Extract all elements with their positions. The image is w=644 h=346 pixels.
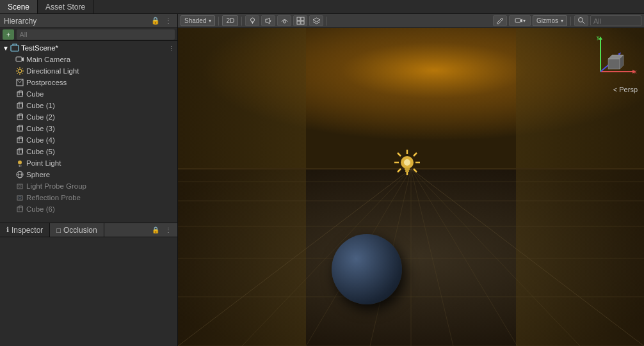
svg-point-42 (578, 18, 583, 22)
main-camera-label: Main Camera (26, 56, 70, 63)
svg-line-8 (17, 68, 19, 70)
tree-item-light-probe-group[interactable]: Light Probe Group (0, 180, 177, 192)
sphere-icon (15, 170, 24, 179)
gizmos-label: Gizmos (536, 17, 558, 24)
audio-icon-btn[interactable] (261, 15, 275, 26)
svg-line-72 (398, 153, 401, 156)
svg-rect-17 (17, 138, 22, 143)
tree-item-cube[interactable]: Cube (0, 88, 177, 100)
tree-item-cube-2[interactable]: Cube (2) (0, 111, 177, 123)
camera-dropdown[interactable]: ▾ (509, 15, 531, 26)
hierarchy-search-bar: + (0, 28, 177, 41)
svg-rect-13 (17, 92, 22, 97)
tree-item-sphere[interactable]: Sphere (0, 169, 177, 180)
bottom-lock-icon[interactable]: 🔒 (150, 225, 161, 235)
svg-text:y: y (597, 34, 600, 40)
shaded-label: Shaded (184, 17, 206, 24)
occlusion-icon: □ (56, 226, 61, 234)
tree-item-cube-5[interactable]: Cube (5) (0, 146, 177, 157)
tree-item-cube-4[interactable]: Cube (4) (0, 134, 177, 146)
tree-item-main-camera[interactable]: Main Camera (0, 54, 177, 65)
tree-item-reflection-probe[interactable]: Reflection Probe (0, 192, 177, 203)
hierarchy-header: Hierarchy 🔒 ⋮ (0, 14, 177, 28)
svg-line-11 (17, 73, 19, 74)
tree-item-cube-1[interactable]: Cube (1) (0, 100, 177, 111)
cube-icon (15, 90, 24, 98)
cube3-icon (15, 124, 24, 133)
svg-rect-76 (405, 168, 410, 170)
svg-line-9 (22, 73, 23, 74)
effects-icon (280, 17, 289, 25)
layers-icon-btn[interactable] (309, 15, 323, 26)
tab-inspector[interactable]: ℹ Inspector (0, 223, 50, 237)
lighting-icon-btn[interactable] (245, 15, 259, 26)
persp-text: < Persp (613, 86, 638, 93)
svg-point-19 (18, 161, 22, 164)
cube-label: Cube (26, 90, 44, 98)
hierarchy-search-input[interactable] (17, 29, 175, 40)
bulb-icon (248, 17, 257, 25)
hierarchy-menu-icon[interactable]: ⋮ (163, 16, 173, 26)
light-probe-icon (15, 182, 24, 191)
tab-scene[interactable]: Scene (0, 0, 38, 13)
scene-menu-icon[interactable]: ⋮ (168, 45, 177, 52)
tab-occlusion[interactable]: □ Occlusion (50, 223, 104, 237)
scene-canvas[interactable]: x y < Persp (178, 28, 644, 346)
cube2-icon (15, 113, 24, 122)
scene-icon-btn[interactable] (293, 15, 307, 26)
hierarchy-header-left: Hierarchy (4, 17, 36, 26)
tab-asset-store[interactable]: Asset Store (38, 0, 93, 13)
svg-line-43 (582, 22, 584, 24)
scene-search-input[interactable] (590, 15, 641, 26)
cube5-icon (15, 147, 24, 156)
svg-line-73 (414, 169, 417, 172)
tree-item-cube-6[interactable]: Cube (6) (0, 203, 177, 215)
tree-item-postprocess[interactable]: Postprocess (0, 77, 177, 88)
gizmos-dropdown[interactable]: Gizmos (533, 15, 567, 26)
hierarchy-lock-icon[interactable]: 🔒 (150, 16, 161, 26)
bottom-header-right: 🔒 ⋮ (150, 225, 177, 235)
scene-view-icon (296, 17, 305, 25)
svg-rect-40 (515, 19, 520, 22)
cube4-label: Cube (4) (26, 136, 55, 144)
tab-scene-label: Scene (8, 3, 29, 12)
scene-icon (10, 43, 19, 52)
point-light-label: Point Light (26, 159, 61, 167)
hierarchy-header-right: 🔒 ⋮ (150, 16, 173, 26)
nav-cube-svg: x y (588, 33, 639, 84)
svg-point-27 (19, 185, 21, 187)
toolbar-sep-3 (326, 17, 327, 26)
fx-icon-btn[interactable] (277, 15, 291, 26)
tree-item-cube-3[interactable]: Cube (3) (0, 123, 177, 134)
toolbar-sep-4 (570, 17, 571, 26)
svg-rect-18 (17, 150, 22, 154)
cube2-label: Cube (2) (26, 113, 55, 121)
svg-line-75 (398, 169, 401, 172)
search-icon-btn[interactable] (574, 15, 588, 26)
settings-icon-btn[interactable] (493, 15, 507, 26)
sphere-scene-object[interactable] (332, 234, 402, 304)
hierarchy-add-button[interactable]: + (3, 29, 14, 40)
bottom-panel: ℹ Inspector □ Occlusion 🔒 ⋮ (0, 223, 177, 346)
navigation-cube[interactable]: x y (588, 33, 639, 84)
tree-item-point-light[interactable]: Point Light (0, 157, 177, 169)
scene-expand-icon: ▼ (3, 45, 9, 52)
svg-marker-34 (266, 18, 270, 24)
tree-item-directional-light[interactable]: Directional Light (0, 65, 177, 77)
svg-line-21 (18, 166, 19, 166)
svg-point-31 (250, 18, 254, 22)
audio-icon (264, 17, 273, 25)
bottom-menu-icon[interactable]: ⋮ (163, 225, 173, 235)
camera-icon (15, 55, 24, 64)
inspector-tab-label: Inspector (12, 226, 43, 235)
scene-toolbar: Shaded 2D (178, 14, 644, 28)
light-probe-group-label: Light Probe Group (26, 182, 86, 190)
point-light-gizmo (388, 146, 426, 185)
main-layout: Hierarchy 🔒 ⋮ + ▼ TestScene* ⋮ (0, 14, 644, 346)
shaded-dropdown[interactable]: Shaded (181, 15, 215, 26)
scene-root[interactable]: ▼ TestScene* ⋮ (0, 42, 177, 54)
2d-button[interactable]: 2D (222, 15, 238, 26)
svg-point-35 (283, 20, 286, 23)
svg-rect-1 (16, 57, 22, 61)
point-light-scene-object[interactable] (388, 146, 426, 185)
